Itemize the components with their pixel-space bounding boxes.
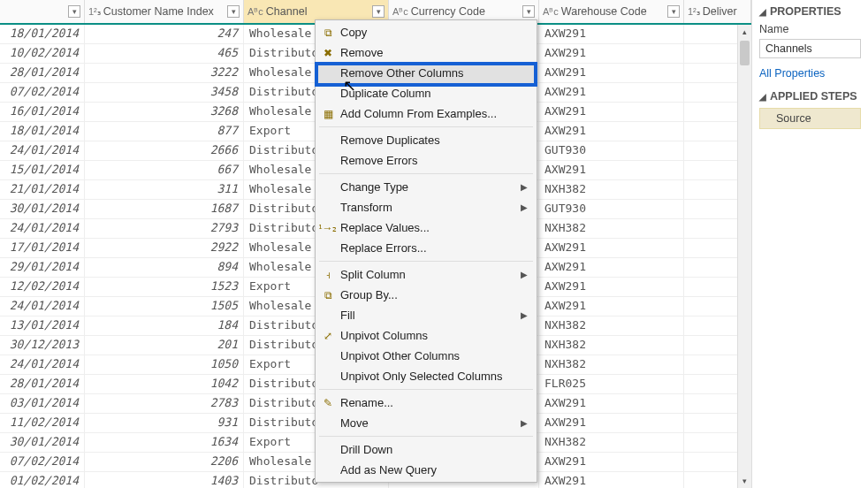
menu-label: Add as New Query — [340, 463, 437, 477]
column-name-currency-code: Currency Code — [411, 5, 522, 18]
cell-wc: AXW291 — [539, 297, 684, 316]
scroll-up-button[interactable]: ▴ — [738, 25, 751, 39]
cell-e: 16/01/2014 — [0, 103, 85, 121]
cell-e: 24/01/2014 — [0, 219, 85, 238]
menu-label: Unpivot Only Selected Columns — [340, 370, 503, 383]
cell-cni: 247 — [85, 25, 244, 43]
number-type-icon: 1²₃ — [88, 6, 101, 18]
cell-cni: 1050 — [85, 355, 244, 374]
menu-label: Transform — [340, 201, 392, 214]
cell-cni: 1403 — [85, 472, 244, 488]
cell-wc: AXW291 — [539, 239, 684, 257]
cell-cni: 931 — [85, 414, 244, 432]
menu-replace-errors[interactable]: Replace Errors... — [316, 238, 537, 258]
menu-unpivot-columns[interactable]: ⤢ Unpivot Columns — [316, 325, 537, 346]
cell-e: 12/02/2014 — [0, 278, 85, 296]
cell-wc: AXW291 — [539, 44, 684, 63]
applied-steps-section-title[interactable]: ◢ APPLIED STEPS — [759, 90, 861, 103]
cell-e: 18/01/2014 — [0, 122, 85, 141]
submenu-arrow-icon: ▶ — [521, 270, 528, 279]
menu-label: Replace Errors... — [340, 241, 427, 255]
vertical-scrollbar[interactable]: ▴ ▾ — [737, 25, 751, 488]
menu-add-as-new-query[interactable]: Add as New Query — [316, 460, 537, 480]
menu-drill-down[interactable]: Drill Down — [316, 439, 537, 460]
split-icon: ⫞ — [321, 268, 335, 282]
submenu-arrow-icon: ▶ — [521, 182, 528, 192]
cell-wc: AXW291 — [539, 453, 684, 471]
menu-move[interactable]: Move ▶ — [316, 413, 537, 433]
menu-rename[interactable]: ✎ Rename... — [316, 393, 537, 413]
cell-cni: 1523 — [85, 278, 244, 296]
menu-remove-other-columns[interactable]: Remove Other Columns — [316, 63, 537, 83]
name-field-label: Name — [759, 23, 861, 35]
menu-group-by[interactable]: ⧉ Group By... — [316, 285, 537, 305]
menu-split-column[interactable]: ⫞ Split Column ▶ — [316, 264, 537, 285]
filter-icon[interactable]: ▾ — [372, 5, 385, 18]
scroll-thumb[interactable] — [740, 41, 750, 65]
column-context-menu: ⧉ Copy ✖ Remove Remove Other Columns Dup… — [315, 19, 537, 483]
applied-steps-label: APPLIED STEPS — [770, 90, 857, 103]
cell-wc: AXW291 — [539, 472, 684, 488]
cell-wc: NXH382 — [539, 316, 684, 335]
cell-wc: AXW291 — [539, 103, 684, 121]
filter-icon[interactable]: ▾ — [68, 5, 80, 18]
menu-label: Add Column From Examples... — [340, 107, 497, 120]
filter-icon[interactable]: ▾ — [667, 5, 680, 18]
cell-cni: 2783 — [85, 394, 244, 413]
menu-transform[interactable]: Transform ▶ — [316, 197, 537, 217]
cell-wc: AXW291 — [539, 64, 684, 82]
menu-duplicate-column[interactable]: Duplicate Column — [316, 83, 537, 103]
cell-cni: 1634 — [85, 433, 244, 452]
column-name-deliver: Deliver — [703, 5, 747, 18]
query-name-input[interactable] — [759, 39, 861, 58]
scroll-down-button[interactable]: ▾ — [738, 474, 751, 488]
menu-change-type[interactable]: Change Type ▶ — [316, 177, 537, 197]
menu-fill[interactable]: Fill ▶ — [316, 305, 537, 325]
cell-e: 29/01/2014 — [0, 258, 85, 277]
column-header-date[interactable]: ▾ — [0, 0, 85, 23]
filter-icon[interactable]: ▾ — [227, 5, 240, 18]
cell-e: 24/01/2014 — [0, 141, 85, 160]
cell-wc: AXW291 — [539, 258, 684, 277]
cell-wc: AXW291 — [539, 414, 684, 432]
cell-wc: NXH382 — [539, 355, 684, 374]
cell-wc: NXH382 — [539, 433, 684, 452]
query-settings-panel: ◢ PROPERTIES Name All Properties ◢ APPLI… — [751, 0, 868, 488]
submenu-arrow-icon: ▶ — [521, 418, 528, 428]
cell-cni: 465 — [85, 44, 244, 63]
cell-cni: 311 — [85, 180, 244, 199]
rename-icon: ✎ — [321, 396, 335, 410]
menu-unpivot-other-columns[interactable]: Unpivot Other Columns — [316, 346, 537, 366]
remove-icon: ✖ — [321, 46, 335, 60]
applied-step-source[interactable]: Source — [759, 108, 861, 129]
menu-label: Group By... — [340, 288, 398, 301]
menu-label: Fill — [340, 309, 355, 322]
menu-remove[interactable]: ✖ Remove — [316, 42, 537, 63]
text-type-icon: Aᴮc — [392, 6, 408, 18]
menu-unpivot-selected-columns[interactable]: Unpivot Only Selected Columns — [316, 366, 537, 386]
all-properties-link[interactable]: All Properties — [759, 67, 861, 80]
cell-e: 28/01/2014 — [0, 375, 85, 393]
submenu-arrow-icon: ▶ — [521, 202, 528, 212]
cell-e: 21/01/2014 — [0, 180, 85, 199]
number-type-icon: 1²₃ — [688, 6, 700, 18]
column-name-channel: Channel — [266, 5, 372, 18]
menu-label: Drill Down — [340, 443, 392, 456]
cell-e: 30/12/2013 — [0, 336, 85, 355]
menu-remove-errors[interactable]: Remove Errors — [316, 150, 537, 171]
menu-copy[interactable]: ⧉ Copy — [316, 22, 537, 42]
column-header-warehouse-code[interactable]: Aᴮc Warehouse Code ▾ — [539, 0, 684, 23]
cell-e: 24/01/2014 — [0, 355, 85, 374]
menu-replace-values[interactable]: ¹→₂ Replace Values... — [316, 217, 537, 238]
filter-icon[interactable]: ▾ — [522, 5, 535, 18]
column-header-customer-name-index[interactable]: 1²₃ Customer Name Index ▾ — [85, 0, 244, 23]
menu-label: Duplicate Column — [340, 87, 431, 100]
properties-section-title[interactable]: ◢ PROPERTIES — [759, 5, 861, 18]
menu-remove-duplicates[interactable]: Remove Duplicates — [316, 130, 537, 150]
menu-label: Remove — [340, 46, 383, 59]
cell-e: 18/01/2014 — [0, 25, 85, 43]
cell-cni: 1687 — [85, 200, 244, 218]
menu-separator — [319, 436, 533, 437]
column-header-deliver[interactable]: 1²₃ Deliver — [684, 0, 751, 23]
menu-add-column-from-examples[interactable]: ▦ Add Column From Examples... — [316, 103, 537, 124]
